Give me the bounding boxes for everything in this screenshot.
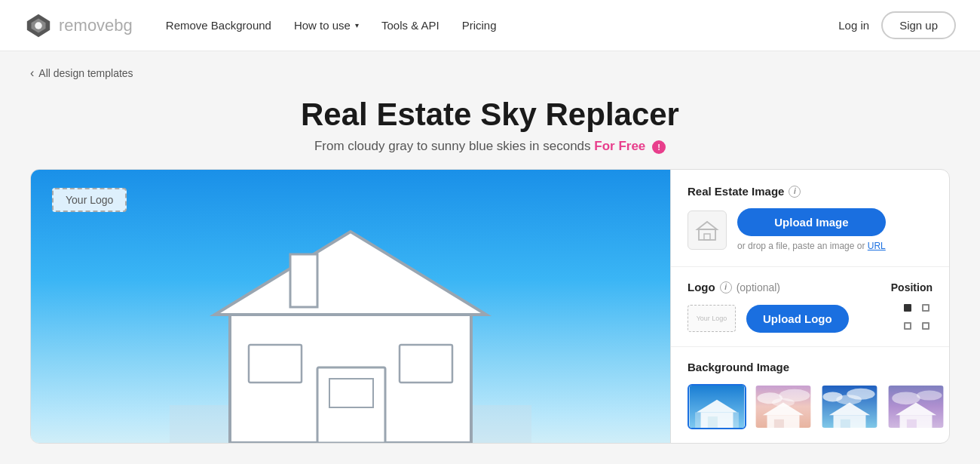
svg-rect-32	[841, 419, 850, 428]
svg-marker-12	[697, 222, 717, 229]
position-top-left[interactable]	[904, 304, 911, 312]
svg-rect-6	[290, 254, 317, 307]
svg-rect-11	[699, 229, 715, 240]
svg-rect-38	[907, 419, 917, 428]
logo-placeholder-tag: Your Logo	[52, 188, 127, 212]
upload-logo-button[interactable]: Upload Logo	[746, 305, 849, 333]
navbar: removebg Remove Background How to use ▾ …	[0, 0, 980, 51]
logo-section: Logo i (optional) Position Your Logo Upl…	[671, 267, 949, 347]
svg-rect-25	[774, 419, 784, 428]
real-estate-image-section: Real Estate Image i Upload Image or drop…	[671, 170, 949, 267]
main-content: Your Logo	[30, 169, 950, 444]
breadcrumb-label: All design templates	[38, 67, 133, 79]
svg-rect-18	[708, 416, 718, 428]
position-bottom-left[interactable]	[904, 322, 911, 330]
nav-link-pricing[interactable]: Pricing	[462, 19, 497, 32]
logo-section-title: Logo i (optional)	[688, 281, 780, 293]
position-grid	[904, 304, 933, 333]
breadcrumb-area: ‹ All design templates	[0, 51, 980, 86]
svg-marker-5	[215, 232, 486, 315]
position-label: Position	[891, 281, 933, 293]
bg-thumb-1[interactable]	[688, 384, 746, 429]
svg-rect-13	[704, 234, 710, 240]
page-header: Real Estate Sky Replacer From cloudy gra…	[0, 86, 980, 169]
logo-thumb-placeholder: Your Logo	[688, 305, 736, 332]
bg-thumb-4[interactable]	[887, 384, 945, 429]
chevron-left-icon: ‹	[30, 66, 34, 80]
logo-row: Your Logo Upload Logo	[688, 304, 933, 333]
upload-content: Upload Image or drop a file, paste an im…	[737, 208, 886, 251]
background-section-title: Background Image	[688, 361, 933, 373]
bg-thumb-3[interactable]	[820, 384, 879, 429]
svg-rect-8	[329, 379, 373, 407]
position-bottom-right[interactable]	[922, 322, 929, 330]
svg-rect-9	[249, 345, 302, 383]
page-subtitle: From cloudy gray to sunny blue skies in …	[30, 139, 950, 154]
chevron-down-icon: ▾	[355, 21, 359, 29]
bg-thumb-2[interactable]	[754, 384, 813, 429]
for-free-badge: For Free	[594, 139, 645, 153]
signup-button[interactable]: Sign up	[881, 11, 956, 39]
real-estate-section-title: Real Estate Image i	[688, 185, 933, 198]
position-top-right[interactable]	[922, 304, 929, 312]
logo[interactable]: removebg	[24, 11, 133, 40]
svg-point-2	[35, 22, 42, 29]
login-button[interactable]: Log in	[838, 19, 869, 32]
upload-image-button[interactable]: Upload Image	[737, 208, 886, 236]
info-icon-badge: !	[652, 140, 666, 154]
svg-rect-10	[400, 345, 452, 383]
logo-text: removebg	[59, 16, 133, 35]
logo-section-header: Logo i (optional) Position	[688, 281, 933, 293]
svg-point-35	[917, 391, 942, 401]
house-thumb-icon	[694, 217, 720, 243]
logo-info-icon[interactable]: i	[720, 281, 732, 293]
nav-link-tools-api[interactable]: Tools & API	[381, 19, 439, 32]
real-estate-info-icon[interactable]: i	[789, 186, 801, 198]
logo-icon	[24, 11, 53, 40]
nav-link-how-to-use[interactable]: How to use ▾	[294, 19, 359, 32]
page-title: Real Estate Sky Replacer	[30, 97, 950, 133]
house-thumbnail-placeholder	[688, 210, 727, 250]
url-link[interactable]: URL	[868, 241, 886, 251]
nav-actions: Log in Sign up	[838, 11, 956, 39]
background-thumbnails	[688, 384, 933, 429]
drop-hint: or drop a file, paste an image or URL	[737, 241, 886, 251]
nav-link-remove-background[interactable]: Remove Background	[166, 19, 271, 32]
background-section: Background Image	[671, 347, 949, 443]
breadcrumb-link[interactable]: ‹ All design templates	[30, 66, 133, 80]
upload-row: Upload Image or drop a file, paste an im…	[688, 208, 933, 251]
nav-links: Remove Background How to use ▾ Tools & A…	[166, 19, 811, 32]
house-illustration	[170, 186, 531, 443]
right-panel: Real Estate Image i Upload Image or drop…	[670, 170, 949, 443]
preview-area: Your Logo	[31, 170, 670, 443]
